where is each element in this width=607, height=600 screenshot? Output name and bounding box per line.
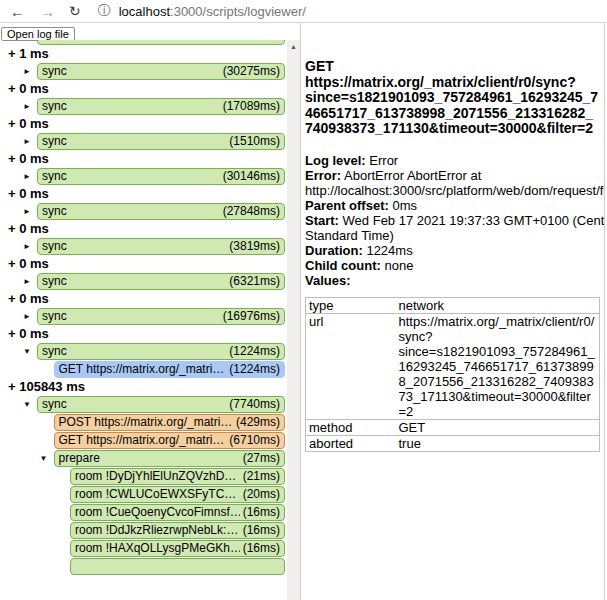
request-title: GET https://matrix.org/_matrix/client/r0… bbox=[305, 59, 599, 137]
log-item-caption: room !CWLUCoEWXSFyTC… bbox=[75, 487, 236, 502]
url-bar[interactable]: localhost:3000/scripts/logviewer/ bbox=[119, 4, 306, 19]
log-item-duration: (20ms) bbox=[240, 487, 280, 502]
expander-collapsed-icon[interactable]: ► bbox=[20, 137, 37, 146]
log-item-duration: (1224ms) bbox=[226, 362, 280, 377]
log-item-caption: sync bbox=[42, 309, 67, 324]
log-item-caption: GET https://matrix.org/_matri… bbox=[59, 362, 225, 377]
log-item[interactable]: sync(30275ms) bbox=[37, 63, 285, 80]
log-item-duration: (30275ms) bbox=[220, 64, 280, 79]
expander-expanded-icon[interactable]: ▼ bbox=[20, 347, 37, 356]
open-log-file-button[interactable]: Open log file bbox=[1, 27, 75, 41]
detail-field-value: Error bbox=[369, 153, 398, 168]
log-item[interactable]: sync(17089ms) bbox=[37, 98, 285, 115]
expander-collapsed-icon[interactable]: ► bbox=[20, 277, 37, 286]
log-item[interactable]: GET https://matrix.org/_matri…(6710ms) bbox=[54, 432, 286, 449]
log-item[interactable]: sync(30146ms) bbox=[37, 168, 285, 185]
log-item[interactable]: room !DyDjYhlElUnZQVzhD…(21ms) bbox=[70, 468, 285, 485]
log-item[interactable]: sync(27848ms) bbox=[37, 203, 285, 220]
log-item-caption: sync bbox=[42, 169, 67, 184]
forward-button[interactable]: → bbox=[40, 4, 55, 19]
expander-collapsed-icon[interactable]: ► bbox=[20, 172, 37, 181]
table-row: typenetwork bbox=[306, 297, 600, 313]
time-gap-label: + 0 ms bbox=[8, 292, 285, 306]
scrollbar-up-icon[interactable]: ▲ bbox=[287, 40, 300, 53]
log-item-caption: sync bbox=[42, 134, 67, 149]
log-item-duration: (6710ms) bbox=[226, 433, 280, 448]
tree-row: room !DdJkzRliezrwpNebLk:…(16ms) bbox=[0, 522, 285, 539]
log-item[interactable]: room !CWLUCoEWXSFyTC…(20ms) bbox=[70, 486, 285, 503]
log-item-duration: (16976ms) bbox=[220, 309, 280, 324]
log-item-duration: (30146ms) bbox=[220, 169, 280, 184]
detail-field: Log level: Error bbox=[305, 153, 605, 168]
table-key-cell: method bbox=[306, 419, 396, 435]
log-item-duration: (27848ms) bbox=[220, 204, 280, 219]
log-item-duration: (3819ms) bbox=[226, 239, 280, 254]
tree-row: ▼prepare(27ms) bbox=[0, 450, 285, 467]
log-item-caption: sync bbox=[42, 397, 67, 412]
detail-field: Values: bbox=[305, 273, 605, 288]
log-item-duration: (1224ms) bbox=[226, 344, 280, 359]
log-item-selected[interactable]: GET https://matrix.org/_matri…(1224ms) bbox=[54, 361, 286, 378]
expander-collapsed-icon[interactable]: ► bbox=[20, 102, 37, 111]
table-row: methodGET bbox=[306, 419, 600, 435]
site-info-icon[interactable]: ⓘ bbox=[98, 2, 111, 20]
table-row: abortedtrue bbox=[306, 435, 600, 451]
log-item[interactable]: room !DdJkzRliezrwpNebLk:…(16ms) bbox=[70, 522, 285, 539]
log-item[interactable]: room !CueQoenyCvcoFimnsf…(16ms) bbox=[70, 504, 285, 521]
log-item-duration: (17089ms) bbox=[220, 99, 280, 114]
timeline-toolbar: Open log file bbox=[0, 23, 300, 40]
log-item-duration: (16ms) bbox=[240, 523, 280, 538]
table-value-cell: true bbox=[396, 435, 600, 451]
time-gap-label: + 0 ms bbox=[8, 327, 285, 341]
tree-row: GET https://matrix.org/_matri…(1224ms) bbox=[0, 361, 285, 378]
tree-row: ►sync(27848ms) bbox=[0, 203, 285, 220]
url-path: :3000/scripts/logviewer/ bbox=[170, 4, 306, 19]
log-item-duration: (6321ms) bbox=[226, 274, 280, 289]
detail-field: Child count: none bbox=[305, 258, 605, 273]
detail-field-label: Duration: bbox=[305, 243, 363, 258]
table-key-cell: url bbox=[306, 313, 396, 419]
time-gap-label: + 1 ms bbox=[8, 47, 285, 61]
expander-expanded-icon[interactable]: ▼ bbox=[20, 400, 37, 409]
reload-button[interactable]: ↻ bbox=[69, 4, 81, 19]
expander-collapsed-icon[interactable]: ► bbox=[20, 242, 37, 251]
expander-expanded-icon[interactable]: ▼ bbox=[37, 454, 54, 463]
timeline-scrollbar[interactable]: ▲ bbox=[287, 40, 300, 600]
log-item-caption: GET https://matrix.org/_matri… bbox=[59, 433, 225, 448]
expander-collapsed-icon[interactable]: ► bbox=[20, 207, 37, 216]
log-item[interactable] bbox=[37, 40, 285, 45]
log-item[interactable]: POST https://matrix.org/_matri…(429ms) bbox=[54, 414, 286, 431]
log-item[interactable]: sync(3819ms) bbox=[37, 238, 285, 255]
table-key-cell: type bbox=[306, 297, 396, 313]
table-value-cell: network bbox=[396, 297, 600, 313]
detail-field-label: Error: bbox=[305, 168, 341, 183]
detail-field: Duration: 1224ms bbox=[305, 243, 605, 258]
tree-row: ►sync(16976ms) bbox=[0, 308, 285, 325]
back-button[interactable]: ← bbox=[10, 4, 25, 19]
log-item[interactable]: sync(6321ms) bbox=[37, 273, 285, 290]
log-item[interactable]: sync(1510ms) bbox=[37, 133, 285, 150]
time-gap-label: + 0 ms bbox=[8, 222, 285, 236]
detail-field-label: Values: bbox=[305, 273, 351, 288]
log-item[interactable]: sync(7740ms) bbox=[37, 396, 285, 413]
log-item-duration: (21ms) bbox=[240, 469, 280, 484]
table-value-cell: https://matrix.org/_matrix/client/r0/syn… bbox=[396, 313, 600, 419]
expander-collapsed-icon[interactable]: ► bbox=[20, 312, 37, 321]
log-item-caption: room !DdJkzRliezrwpNebLk:… bbox=[75, 523, 238, 538]
expander-collapsed-icon[interactable]: ► bbox=[20, 67, 37, 76]
log-item-duration: (7740ms) bbox=[226, 397, 280, 412]
log-item[interactable] bbox=[70, 558, 285, 575]
values-table-body: typenetworkurlhttps://matrix.org/_matrix… bbox=[306, 297, 600, 451]
log-item[interactable]: prepare(27ms) bbox=[54, 450, 286, 467]
log-item[interactable]: sync(1224ms) bbox=[37, 343, 285, 360]
browser-chrome: ← → ↻ ⓘ localhost:3000/scripts/logviewer… bbox=[0, 0, 607, 23]
log-item[interactable]: sync(16976ms) bbox=[37, 308, 285, 325]
timeline-panel: Open log file + 1 ms►sync(30275ms)+ 0 ms… bbox=[0, 23, 301, 600]
values-table: typenetworkurlhttps://matrix.org/_matrix… bbox=[305, 297, 600, 452]
log-item-caption: POST https://matrix.org/_matri… bbox=[59, 415, 233, 430]
log-item-caption: sync bbox=[42, 64, 67, 79]
detail-field-label: Parent offset: bbox=[305, 198, 389, 213]
log-item[interactable]: room !HAXqOLLysgPMeGKh…(16ms) bbox=[70, 540, 285, 557]
time-gap-label: + 0 ms bbox=[8, 152, 285, 166]
log-item-caption: room !DyDjYhlElUnZQVzhD… bbox=[75, 469, 236, 484]
